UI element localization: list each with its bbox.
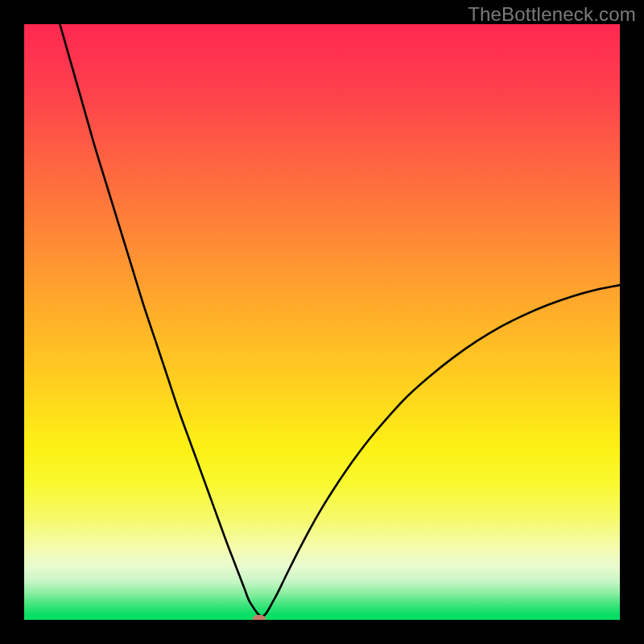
chart-frame: TheBottleneck.com [0, 0, 644, 644]
marker-point [253, 615, 266, 620]
plot-area [24, 24, 620, 620]
curve-path [60, 24, 620, 617]
watermark-text: TheBottleneck.com [468, 3, 636, 26]
curve-svg [24, 24, 620, 620]
